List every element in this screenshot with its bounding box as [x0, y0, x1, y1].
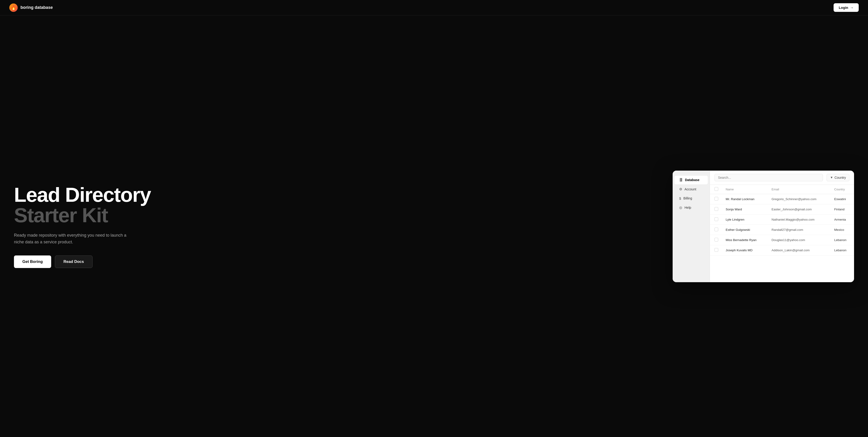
row-country-0: Eswatini	[831, 194, 854, 204]
sidebar-label-database: Database	[685, 178, 700, 182]
hero-content: Lead Directory Starter Kit Ready made re…	[14, 184, 151, 268]
table-row: Mr. Randal Lockman Gregorio_Schinner@yah…	[710, 194, 854, 204]
login-arrow-icon: →	[850, 6, 854, 9]
app-preview: 🗄 Database ⚙ Account $ Billing ◎ Help	[673, 171, 854, 282]
row-name-0: Mr. Randal Lockman	[722, 194, 768, 204]
table: Name Email Country Mr. Randal Lockman Gr…	[710, 185, 854, 256]
app-inner: 🗄 Database ⚙ Account $ Billing ◎ Help	[673, 171, 854, 282]
select-all-checkbox[interactable]	[714, 187, 718, 191]
hero-subtitle: Ready made repository with everything yo…	[14, 232, 130, 245]
row-email-2: Nathaniel.Maggio@yahoo.com	[768, 214, 830, 225]
row-name-2: Lyle Lindgren	[722, 214, 768, 225]
row-checkbox-cell	[710, 204, 722, 214]
sidebar-label-account: Account	[684, 187, 696, 191]
sidebar-item-billing[interactable]: $ Billing	[675, 194, 708, 203]
sidebar-item-account[interactable]: ⚙ Account	[675, 185, 708, 194]
row-checkbox-cell	[710, 194, 722, 204]
row-email-3: Randall27@gmail.com	[768, 225, 830, 235]
row-checkbox-cell	[710, 214, 722, 225]
gear-icon: ⚙	[679, 187, 682, 191]
row-email-1: Easter_Johnson@gmail.com	[768, 204, 830, 214]
row-name-1: Sonja Ward	[722, 204, 768, 214]
row-checkbox-3[interactable]	[714, 228, 718, 231]
table-header: Name Email Country	[710, 185, 854, 194]
row-country-4: Lebanon	[831, 235, 854, 245]
table-row: Miss Bernadette Ryan Douglas11@yahoo.com…	[710, 235, 854, 245]
billing-icon: $	[679, 196, 681, 200]
row-checkbox-1[interactable]	[714, 207, 718, 211]
row-checkbox-5[interactable]	[714, 248, 718, 252]
header: 🔥 boring database Login →	[0, 0, 868, 15]
row-name-4: Miss Bernadette Ryan	[722, 235, 768, 245]
hero-title-line1: Lead Directory	[14, 184, 151, 205]
row-checkbox-0[interactable]	[714, 197, 718, 201]
row-country-5: Lebanon	[831, 245, 854, 255]
sidebar-item-database[interactable]: 🗄 Database	[675, 176, 708, 184]
filter-label: Country	[835, 176, 846, 179]
col-country: Country	[831, 185, 854, 194]
table-row: Lyle Lindgren Nathaniel.Maggio@yahoo.com…	[710, 214, 854, 225]
table-row: Esther Gulgowski Randall27@gmail.com Mex…	[710, 225, 854, 235]
logo-text: boring database	[21, 5, 53, 10]
sidebar-label-billing: Billing	[683, 196, 692, 200]
row-country-1: Finland	[831, 204, 854, 214]
table-row: Sonja Ward Easter_Johnson@gmail.com Finl…	[710, 204, 854, 214]
row-checkbox-cell	[710, 235, 722, 245]
logo: 🔥 boring database	[9, 3, 53, 12]
row-name-5: Joseph Kuvalis MD	[722, 245, 768, 255]
row-country-3: Mexico	[831, 225, 854, 235]
table-row: Joseph Kuvalis MD Addison_Lakin@gmail.co…	[710, 245, 854, 255]
row-name-3: Esther Gulgowski	[722, 225, 768, 235]
table-body: Mr. Randal Lockman Gregorio_Schinner@yah…	[710, 194, 854, 255]
app-main: ▼ Country Name Email	[710, 171, 854, 282]
leads-table: Name Email Country Mr. Randal Lockman Gr…	[710, 185, 854, 282]
app-sidebar: 🗄 Database ⚙ Account $ Billing ◎ Help	[673, 171, 710, 282]
sidebar-item-help[interactable]: ◎ Help	[675, 203, 708, 212]
sidebar-label-help: Help	[684, 206, 691, 209]
row-checkbox-2[interactable]	[714, 217, 718, 221]
row-country-2: Armenia	[831, 214, 854, 225]
row-email-4: Douglas11@yahoo.com	[768, 235, 830, 245]
get-boring-button[interactable]: Get Boring	[14, 256, 51, 268]
col-email: Email	[768, 185, 830, 194]
hero-title-line2: Starter Kit	[14, 205, 151, 226]
help-icon: ◎	[679, 205, 682, 210]
hero-buttons: Get Boring Read Docs	[14, 256, 151, 268]
col-name: Name	[722, 185, 768, 194]
login-button[interactable]: Login →	[834, 3, 859, 12]
database-icon: 🗄	[679, 178, 683, 182]
table-header-row: Name Email Country	[710, 185, 854, 194]
hero-section: Lead Directory Starter Kit Ready made re…	[0, 15, 868, 437]
row-checkbox-cell	[710, 245, 722, 255]
filter-icon: ▼	[830, 176, 833, 179]
row-checkbox-4[interactable]	[714, 238, 718, 241]
search-input[interactable]	[714, 174, 823, 181]
login-label: Login	[839, 6, 848, 9]
app-toolbar: ▼ Country	[710, 171, 854, 185]
row-email-5: Addison_Lakin@gmail.com	[768, 245, 830, 255]
read-docs-button[interactable]: Read Docs	[55, 256, 93, 268]
logo-icon: 🔥	[9, 3, 18, 12]
col-checkbox	[710, 185, 722, 194]
row-checkbox-cell	[710, 225, 722, 235]
country-filter-button[interactable]: ▼ Country	[827, 174, 849, 181]
row-email-0: Gregorio_Schinner@yahoo.com	[768, 194, 830, 204]
